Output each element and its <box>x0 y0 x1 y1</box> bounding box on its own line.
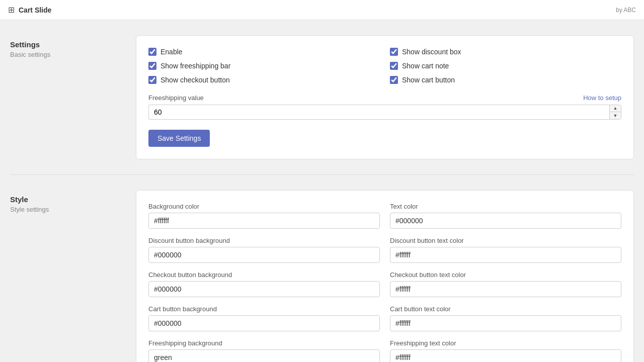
checkbox-show-freeshipping-bar-label: Show freeshipping bar <box>160 62 230 70</box>
field-discount-btn-text: Discount button text color <box>390 237 621 263</box>
style-card: Background color Text color Discount but… <box>136 190 634 362</box>
field-text-color: Text color <box>390 203 621 229</box>
spinner-buttons: ▲ ▼ <box>609 105 621 120</box>
checkbox-show-cart-note[interactable]: Show cart note <box>390 62 621 70</box>
style-heading: Style <box>10 195 121 204</box>
freeshipping-label-row: Freeshipping value How to setup <box>148 94 621 102</box>
field-cart-btn-bg-input[interactable] <box>148 315 380 331</box>
field-cart-btn-text-input[interactable] <box>390 315 621 331</box>
freeshipping-value-group: Freeshipping value How to setup ▲ ▼ <box>148 94 621 120</box>
field-text-color-label: Text color <box>390 203 621 210</box>
checkboxes-grid: Enable Show discount box Show freeshippi… <box>148 48 621 84</box>
field-freeshipping-bg-input[interactable] <box>148 349 380 362</box>
field-checkout-btn-bg-input[interactable] <box>148 281 380 297</box>
how-to-setup-link[interactable]: How to setup <box>583 94 621 102</box>
field-bg-color-input[interactable] <box>148 213 380 229</box>
freeshipping-spinner-wrap: ▲ ▼ <box>148 105 621 120</box>
app-icon: ⊞ <box>8 5 15 15</box>
checkbox-show-checkout-button-label: Show checkout button <box>160 76 230 84</box>
checkbox-enable-input[interactable] <box>148 48 156 56</box>
checkbox-show-cart-button[interactable]: Show cart button <box>390 76 621 84</box>
field-discount-btn-text-label: Discount button text color <box>390 237 621 244</box>
section-divider <box>10 174 634 175</box>
checkbox-show-cart-note-label: Show cart note <box>402 62 449 70</box>
field-text-color-input[interactable] <box>390 213 621 229</box>
settings-subheading: Basic settings <box>10 51 121 58</box>
checkbox-show-discount-box-input[interactable] <box>390 48 398 56</box>
checkbox-show-discount-box-label: Show discount box <box>402 48 461 56</box>
field-freeshipping-bg: Freeshipping background <box>148 339 380 362</box>
app-title: Cart Slide <box>19 6 51 14</box>
freeshipping-value-label: Freeshipping value <box>148 94 204 102</box>
field-checkout-btn-bg: Checkout button background <box>148 271 380 297</box>
field-discount-btn-text-input[interactable] <box>390 247 621 263</box>
field-discount-btn-bg-label: Discount button background <box>148 237 380 244</box>
field-freeshipping-text: Freeshipping text color <box>390 339 621 362</box>
style-section-row: Style Style settings Background color Te… <box>10 190 634 362</box>
checkbox-show-checkout-button-input[interactable] <box>148 76 156 84</box>
field-freeshipping-text-input[interactable] <box>390 349 621 362</box>
field-bg-color-label: Background color <box>148 203 380 210</box>
checkbox-enable-label: Enable <box>160 48 183 56</box>
field-bg-color: Background color <box>148 203 380 229</box>
checkbox-show-discount-box[interactable]: Show discount box <box>390 48 621 56</box>
field-freeshipping-text-label: Freeshipping text color <box>390 339 621 347</box>
field-cart-btn-text: Cart button text color <box>390 305 621 331</box>
settings-heading: Settings <box>10 40 121 49</box>
checkbox-show-cart-button-label: Show cart button <box>402 76 455 84</box>
spinner-down-button[interactable]: ▼ <box>610 112 621 119</box>
main-content: Settings Basic settings Enable Show disc… <box>0 20 644 362</box>
checkbox-show-freeshipping-bar[interactable]: Show freeshipping bar <box>148 62 380 70</box>
field-discount-btn-bg-input[interactable] <box>148 247 380 263</box>
field-checkout-btn-bg-label: Checkout button background <box>148 271 380 279</box>
field-checkout-btn-text-label: Checkout button text color <box>390 271 621 279</box>
checkbox-enable[interactable]: Enable <box>148 48 380 56</box>
field-cart-btn-bg: Cart button background <box>148 305 380 331</box>
settings-label-area: Settings Basic settings <box>10 35 121 159</box>
settings-section-row: Settings Basic settings Enable Show disc… <box>10 35 634 159</box>
field-checkout-btn-text: Checkout button text color <box>390 271 621 297</box>
style-fields-grid: Background color Text color Discount but… <box>148 203 621 362</box>
style-label-area: Style Style settings <box>10 190 121 362</box>
checkbox-show-cart-note-input[interactable] <box>390 62 398 70</box>
field-cart-btn-bg-label: Cart button background <box>148 305 380 313</box>
field-freeshipping-bg-label: Freeshipping background <box>148 339 380 347</box>
topbar-by-label: by ABC <box>616 7 636 14</box>
checkbox-show-checkout-button[interactable]: Show checkout button <box>148 76 380 84</box>
checkbox-show-cart-button-input[interactable] <box>390 76 398 84</box>
topbar: ⊞ Cart Slide by ABC <box>0 0 644 20</box>
field-discount-btn-bg: Discount button background <box>148 237 380 263</box>
spinner-up-button[interactable]: ▲ <box>610 105 621 112</box>
freeshipping-value-input[interactable] <box>148 105 609 120</box>
style-subheading: Style settings <box>10 206 121 213</box>
field-cart-btn-text-label: Cart button text color <box>390 305 621 313</box>
checkbox-show-freeshipping-bar-input[interactable] <box>148 62 156 70</box>
save-settings-button[interactable]: Save Settings <box>148 130 210 147</box>
topbar-left: ⊞ Cart Slide <box>8 5 51 15</box>
field-checkout-btn-text-input[interactable] <box>390 281 621 297</box>
settings-card: Enable Show discount box Show freeshippi… <box>136 35 634 159</box>
